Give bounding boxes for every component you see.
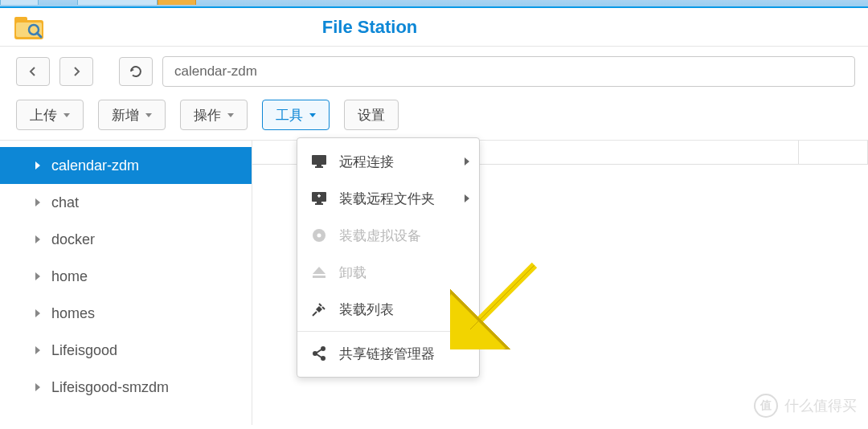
sidebar-item-label: home — [51, 268, 88, 285]
tree-expand-icon — [35, 235, 40, 243]
caret-icon — [309, 113, 316, 117]
window-frame-top — [0, 0, 868, 8]
menu-remote-connect[interactable]: 远程连接 — [297, 143, 479, 180]
svg-point-14 — [317, 234, 321, 238]
menu-label: 共享链接管理器 — [339, 345, 435, 363]
share-icon — [310, 345, 328, 362]
sidebar-item-calendar-zdm[interactable]: calendar-zdm — [0, 147, 252, 184]
sidebar-item-label: calendar-zdm — [51, 157, 139, 174]
settings-button[interactable]: 设置 — [344, 100, 399, 130]
app-header: File Station — [0, 8, 868, 47]
svg-rect-9 — [317, 202, 321, 203]
file-list-area: 远程连接 装载远程文件夹 装载虚拟设备 卸载 — [252, 141, 868, 425]
sidebar-item-home[interactable]: home — [0, 258, 252, 295]
settings-label: 设置 — [358, 106, 385, 125]
menu-mount-remote[interactable]: 装载远程文件夹 — [297, 180, 479, 217]
watermark: 值 什么值得买 — [754, 394, 857, 418]
disc-icon — [310, 227, 328, 243]
svg-rect-5 — [312, 155, 326, 165]
svg-line-21 — [317, 349, 321, 353]
back-button[interactable] — [16, 57, 50, 86]
sidebar-item-label: docker — [51, 231, 95, 248]
caret-icon — [227, 113, 234, 117]
path-text: calendar-zdm — [174, 63, 257, 80]
menu-label: 装载远程文件夹 — [339, 190, 435, 208]
svg-rect-7 — [315, 166, 323, 168]
tree-expand-icon — [35, 272, 40, 280]
sidebar-item-label: Lifeisgood-smzdm — [51, 379, 169, 396]
navigation-row: calendar-zdm — [0, 47, 868, 95]
menu-unmount: 卸载 — [297, 254, 479, 291]
menu-mount-virtual: 装载虚拟设备 — [297, 217, 479, 254]
chevron-right-icon — [71, 66, 82, 77]
sidebar-item-label: chat — [51, 194, 79, 211]
eject-icon — [310, 265, 328, 280]
refresh-icon — [129, 64, 143, 79]
action-label: 操作 — [194, 106, 221, 125]
menu-label: 装载列表 — [339, 300, 394, 319]
caret-icon — [63, 113, 70, 117]
monitor-plus-icon — [310, 191, 328, 206]
svg-line-16 — [319, 304, 321, 306]
menu-label: 远程连接 — [339, 153, 394, 171]
tree-expand-icon — [35, 161, 40, 170]
upload-label: 上传 — [30, 106, 57, 125]
sidebar-item-docker[interactable]: docker — [0, 221, 252, 258]
watermark-icon: 值 — [754, 394, 778, 418]
monitor-icon — [310, 154, 328, 169]
plug-icon — [310, 301, 328, 317]
tree-expand-icon — [35, 198, 40, 206]
menu-share-manager[interactable]: 共享链接管理器 — [297, 335, 479, 372]
sidebar-item-label: homes — [51, 305, 95, 322]
menu-label: 装载虚拟设备 — [339, 227, 421, 245]
tree-expand-icon — [35, 346, 40, 354]
menu-label: 卸载 — [339, 264, 366, 282]
upload-button[interactable]: 上传 — [16, 100, 84, 130]
svg-rect-10 — [315, 203, 323, 205]
svg-line-17 — [322, 307, 325, 309]
submenu-arrow-icon — [465, 194, 469, 202]
tree-expand-icon — [35, 309, 40, 317]
chevron-left-icon — [27, 66, 39, 77]
sidebar: calendar-zdm chat docker home homes Life… — [0, 141, 252, 425]
svg-rect-12 — [318, 194, 320, 198]
sidebar-item-homes[interactable]: homes — [0, 295, 252, 332]
action-button[interactable]: 操作 — [180, 100, 248, 130]
sidebar-item-label: Lifeisgood — [51, 342, 117, 359]
list-col-2[interactable] — [799, 141, 868, 164]
content-area: calendar-zdm chat docker home homes Life… — [0, 141, 868, 425]
sidebar-item-chat[interactable]: chat — [0, 184, 252, 221]
forward-button[interactable] — [59, 57, 93, 86]
tree-expand-icon — [35, 383, 40, 391]
path-input[interactable]: calendar-zdm — [162, 56, 855, 87]
toolbar: 上传 新增 操作 工具 设置 — [0, 95, 868, 141]
create-button[interactable]: 新增 — [98, 100, 166, 130]
menu-mount-list[interactable]: 装载列表 — [297, 291, 479, 328]
sidebar-item-lifeisgood[interactable]: Lifeisgood — [0, 332, 252, 369]
caret-icon — [145, 113, 152, 117]
watermark-text: 什么值得买 — [784, 396, 857, 415]
app-title: File Station — [0, 17, 855, 38]
create-label: 新增 — [112, 106, 139, 125]
svg-rect-6 — [317, 165, 321, 166]
sidebar-item-lifeisgood-smzdm[interactable]: Lifeisgood-smzdm — [0, 369, 252, 406]
menu-separator — [297, 331, 479, 332]
submenu-arrow-icon — [465, 157, 469, 165]
svg-line-22 — [317, 354, 321, 358]
tools-button[interactable]: 工具 — [262, 100, 330, 130]
refresh-button[interactable] — [119, 57, 153, 86]
tools-label: 工具 — [276, 106, 303, 125]
tools-dropdown: 远程连接 装载远程文件夹 装载虚拟设备 卸载 — [297, 137, 480, 378]
svg-rect-15 — [313, 276, 326, 278]
